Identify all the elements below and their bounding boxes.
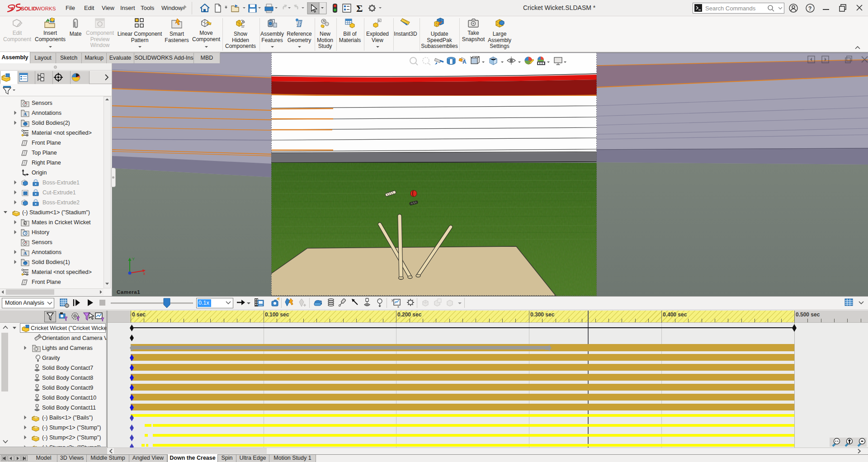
svg-text:SOLID: SOLID (21, 6, 37, 11)
svg-text:A: A (24, 251, 27, 256)
svg-text:x: x (397, 305, 399, 308)
svg-text:Σ: Σ (356, 3, 363, 14)
svg-text:?: ? (808, 5, 811, 12)
svg-text:WORKS: WORKS (36, 6, 56, 11)
svg-text:Y: Y (132, 257, 135, 261)
svg-text:Camera1: Camera1 (117, 289, 140, 295)
svg-text:x: x (143, 271, 146, 276)
svg-text:A: A (24, 112, 27, 117)
svg-text:A: A (462, 59, 467, 65)
svg-text:y: y (392, 298, 393, 302)
